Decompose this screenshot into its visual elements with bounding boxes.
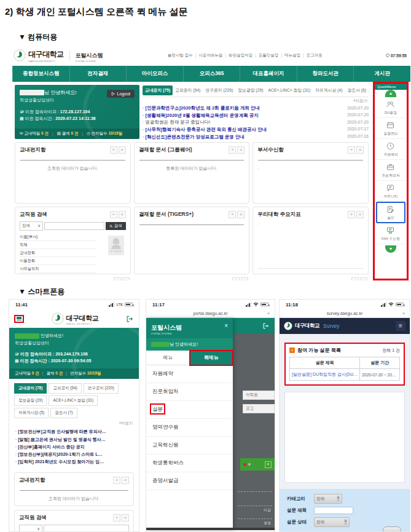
widget-close-button[interactable]: × [241,277,248,280]
notice-tab[interactable]: 경조사 (6) [345,85,369,95]
quickmenu-item-du-plaza[interactable]: DU광장 [376,97,405,118]
notice-item[interactable]: [인문과학연구소]2020학년도 제 2회 콜로키움 개최 안내 2020-07… [143,105,369,112]
quickmenu-item-resource-booking[interactable]: 자원예약 [376,139,405,160]
utility-link[interactable]: 메뉴설정 [284,53,304,58]
global-nav-item[interactable]: 게시판 [353,66,410,82]
notice-item[interactable]: [정보전산부](재공지)2020-1학기 스마트 L… [15,451,133,458]
logout-icon[interactable] [262,322,270,330]
carousel-dot[interactable] [248,463,251,466]
widget-close-button[interactable]: × [122,514,129,522]
global-nav-item[interactable]: 오피스365 [183,66,240,82]
notice-title[interactable]: [사무처]행복기숙사 증축공사 관련 옥외 통신 배관공사 안내 [143,126,345,133]
utility-link[interactable]: 화면설정저장 [229,53,256,58]
logout-button[interactable] [126,315,134,323]
drawer-menu-item[interactable]: 증명서발급 [146,472,233,490]
add-icon[interactable]: + [265,461,272,468]
drawer-tab-menu[interactable]: 메뉴 [146,351,190,365]
portal-logo[interactable]: 대구대학교 DAEGUUNIVERSITY 포털시스템 PORTAL SYSTE… [14,48,103,63]
widget-close-button[interactable]: × [237,211,245,218]
carousel-dot-active[interactable] [243,463,246,466]
notice-tab[interactable]: 교외공지 (54) [173,85,203,95]
browser-url-bar[interactable]: survey.daegu.ac.kr × [280,309,410,318]
notice-item[interactable]: [알림] 故고은에 권사님 발인 및 영결식 행사… [15,436,133,443]
drawer-menu-item[interactable]: 진로취업처 [146,383,233,401]
global-nav-item[interactable]: 마이오피스 [126,66,183,82]
browser-url-bar[interactable]: portal.daegu.ac.kr × [146,309,275,318]
widget-close-button[interactable]: × [122,277,130,280]
survey-link[interactable]: [일반설문] DU학업적응 검사(DU… [290,369,360,381]
hamburger-menu-icon[interactable]: ≡ [396,321,405,331]
quickmenu-scroll-up-button[interactable]: ▲ [385,90,396,97]
widget-add-button[interactable]: + [110,211,117,218]
notice-item[interactable]: [혁신선도]콘텐츠전문가 양성프로그램 운영 안내 2020-07-16 [143,133,369,141]
widget-add-button[interactable]: + [351,277,359,280]
widget-add-button[interactable]: + [348,146,355,154]
notice-tab[interactable]: ACE+,LINC+,창업 (31) [265,85,313,95]
notice-tab[interactable]: 자유게시판 (4) [313,85,345,95]
widget-add-button[interactable]: + [113,477,120,484]
quickmenu-item-survey[interactable]: 설문 [376,202,405,223]
notice-title[interactable]: [인문과학연구소]2020학년도 제 2회 콜로키움 개최 안내 [143,105,345,112]
notice-title[interactable]: 영광학원은 현재 분규 중입니다! [143,119,345,126]
logout-button[interactable]: Logout [107,90,135,98]
staff-filter-select[interactable]: ∨ [19,525,42,532]
widget-add-button[interactable]: + [229,146,236,154]
widget-add-button[interactable]: + [113,514,120,522]
widget-close-button[interactable]: × [356,146,364,154]
quickmenu-item-schedule[interactable]: 일정관리 [376,118,405,139]
survey-row[interactable]: [일반설문] DU학업적응 검사(DU… 2020-07-30 ~ 20… [290,369,400,381]
notice-tab[interactable]: 정보광장 (29) [14,395,47,406]
utility-link[interactable]: 로그아웃 [307,53,323,58]
drawer-tab-quickmenu[interactable]: 퀵메뉴 [190,351,233,365]
drawer-menu-item[interactable]: 설문 [146,401,233,419]
widget-add-button[interactable]: + [110,146,117,154]
notice-tab[interactable]: 정보광장 (29) [235,85,265,95]
widget-add-button[interactable]: + [232,277,240,280]
notice-item[interactable]: [생활체육]2020년 8월 생활체육교육센터 운영계획 공지 2020-07-… [143,112,369,119]
utility-link[interactable]: 불편사항 접수 [168,53,197,58]
drawer-menu-item[interactable]: 영덕연수원 [146,419,233,437]
widget-add-button[interactable]: + [229,211,236,218]
notice-item[interactable]: [전산부]홈페이지 서비스 중단 공지 [15,443,133,451]
widget-close-button[interactable]: × [119,146,126,154]
close-icon[interactable]: × [267,311,270,316]
global-nav-item[interactable]: 전자결재 [69,66,127,82]
quickmenu-item-fax-inbox[interactable]: FAX 수신함 [376,223,405,244]
staff-search-button[interactable]: 검색 [106,222,126,230]
quickmenu-item-career-center[interactable]: 진로취업처 [376,160,405,181]
widget-close-button[interactable]: × [356,211,364,218]
status-select[interactable]: 전체▾ [314,517,350,527]
staff-search-input[interactable] [44,222,104,230]
more-link[interactable]: +더보기 [353,98,367,104]
widget-close-button[interactable]: × [237,146,245,154]
category-select[interactable]: 전체▾ [314,494,342,504]
global-nav-item[interactable]: 대표홈페이지 [240,66,297,82]
drawer-menu-item[interactable]: 교육혁신원 [146,437,233,455]
more-link[interactable]: +더보기 [9,419,139,427]
notice-tab[interactable]: 교내공지 (78) [14,383,47,394]
notice-item[interactable]: [정보전산부]교직원 인사발령에 따른 유의사… [15,428,133,435]
widget-close-button[interactable]: × [122,477,129,484]
drawer-menu-item[interactable]: 자원예약 [146,365,233,383]
survey-title-input[interactable] [314,507,353,514]
widget-close-button[interactable]: × [360,277,367,280]
widget-add-button[interactable]: + [348,211,355,218]
global-nav-item[interactable]: 종합정보시스템 [12,66,69,82]
utility-link[interactable]: 포틀릿설정 [259,53,282,58]
notice-title[interactable]: [생활체육]2020년 8월 생활체육교육센터 운영계획 공지 [143,112,345,119]
utility-link[interactable]: 사용자매뉴얼 [198,53,226,58]
close-icon[interactable]: × [402,311,405,316]
notice-item[interactable]: [입학처] 2021학년도 수시모집 찾아가는 입… [15,458,133,466]
widget-add-button[interactable]: + [114,277,121,280]
filter-submit-button[interactable] [383,526,401,532]
notice-tab[interactable]: 경조사 (7) [50,408,77,418]
widget-close-button[interactable]: × [119,211,126,218]
drawer-menu-item[interactable]: 학생통학버스 [146,455,233,472]
notice-title[interactable]: [혁신선도]콘텐츠전문가 양성프로그램 운영 안내 [143,133,345,141]
quickmenu-scroll-down-button[interactable]: ▼ [385,245,396,253]
notice-tab[interactable]: 연구공지 (226) [203,85,235,95]
notice-tab[interactable]: 교내공지 (75) [143,85,173,95]
notice-tab[interactable]: ACE+,LINC+,창업 (31) [49,395,98,406]
notice-tab[interactable]: 자유게시판 (5) [14,408,49,418]
notice-tab[interactable]: 교외공지 (54) [49,383,81,394]
